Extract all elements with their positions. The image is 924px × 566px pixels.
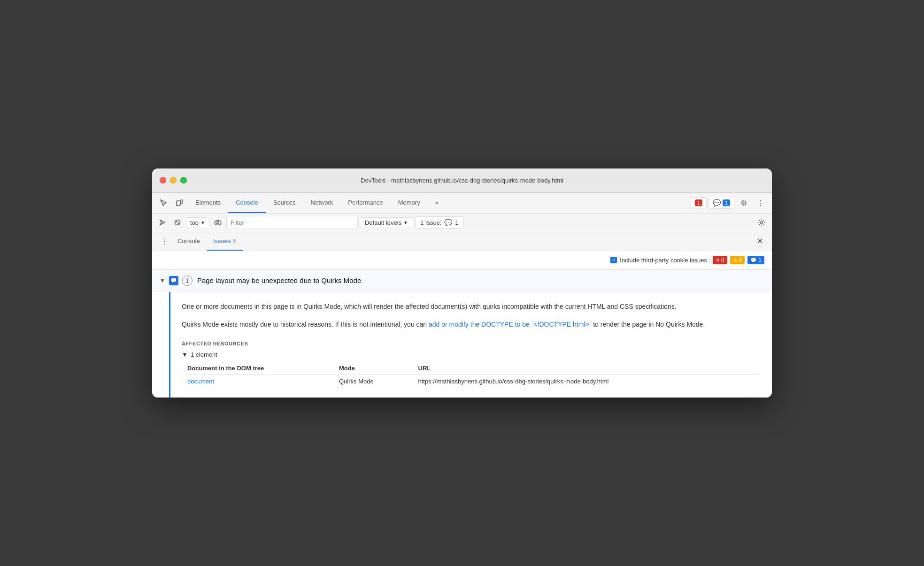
tab-more[interactable]: »	[428, 192, 446, 213]
eye-button[interactable]	[211, 216, 224, 229]
issue-description-1: One or more documents in this page is in…	[182, 301, 761, 312]
gear-icon: ⚙	[740, 199, 747, 207]
url-cell: https://mathiasbynens.github.io/css-dbg-…	[413, 375, 761, 388]
issue-title: Page layout may be unexpected due to Qui…	[197, 276, 361, 284]
issue-type-icon: 💬	[169, 276, 178, 285]
checkbox-icon: ✓	[610, 257, 617, 263]
traffic-lights	[160, 177, 187, 184]
select-element-button[interactable]	[156, 195, 171, 210]
dots-icon: ⋮	[161, 237, 168, 246]
document-link[interactable]: document	[187, 378, 214, 385]
affected-table: Document in the DOM tree Mode URL docume…	[182, 362, 761, 388]
col-mode: Mode	[333, 362, 413, 375]
close-button[interactable]	[160, 177, 166, 184]
issues-content: ▼ 💬 1 Page layout may be unexpected due …	[152, 270, 772, 398]
info-badge: 1	[723, 199, 730, 206]
error-badge: 1	[695, 199, 702, 206]
svg-point-6	[216, 222, 219, 224]
filter-input[interactable]	[226, 216, 358, 229]
chat-icon: 💬	[713, 199, 721, 207]
warning-icon: ⚠	[733, 257, 738, 263]
tab-network[interactable]: Network	[303, 192, 341, 213]
tab-elements[interactable]: Elements	[188, 192, 228, 213]
console-settings-button[interactable]	[755, 216, 768, 229]
issues-button[interactable]: 1 Issue: 💬 1	[415, 216, 464, 229]
tab-sources[interactable]: Sources	[266, 192, 303, 213]
tab-console[interactable]: Console	[228, 192, 266, 213]
toolbar-right: 1 💬 1 ⚙ ⋮	[691, 195, 768, 210]
issues-toolbar: ✓ Include third-party cookie issues ✕ 0 …	[152, 251, 772, 270]
error-count-badge: ✕ 0	[713, 256, 727, 264]
maximize-button[interactable]	[180, 177, 187, 184]
tab-memory[interactable]: Memory	[391, 192, 428, 213]
issue-counts: ✕ 0 ⚠ 0 💬 1	[713, 256, 764, 264]
settings-button[interactable]: ⚙	[736, 195, 751, 210]
context-selector[interactable]: top ▼	[186, 217, 209, 228]
close-panel-button[interactable]: ✕	[753, 235, 766, 248]
error-icon: ✕	[716, 257, 720, 263]
panel-more-button[interactable]: ⋮	[158, 235, 171, 248]
chevron-down-icon: ▼	[200, 220, 205, 225]
third-party-cookie-checkbox[interactable]: ✓ Include third-party cookie issues	[610, 257, 707, 264]
issue-description-2: Quirks Mode exists mostly due to histori…	[182, 319, 761, 329]
error-count-button[interactable]: 1	[691, 197, 707, 208]
minimize-button[interactable]	[170, 177, 177, 184]
more-options-button[interactable]: ⋮	[753, 195, 768, 210]
issue-count-circle: 1	[182, 275, 192, 286]
window-title: DevTools - mathiasbynens.github.io/css-d…	[361, 177, 563, 184]
info-icon: 💬	[750, 257, 757, 263]
svg-marker-2	[160, 220, 165, 225]
info-count-button[interactable]: 💬 1	[708, 197, 734, 209]
chat-icon: 💬	[444, 219, 452, 226]
info-count-badge: 💬 1	[747, 256, 764, 264]
devtools-window: DevTools - mathiasbynens.github.io/css-d…	[152, 168, 772, 398]
clear-console-button[interactable]	[156, 216, 169, 229]
block-button[interactable]	[171, 216, 184, 229]
affected-resources: AFFECTED RESOURCES ▼ 1 element Document …	[182, 341, 761, 388]
dots-icon: ⋮	[757, 199, 764, 207]
main-toolbar: Elements Console Sources Network Perform…	[152, 193, 772, 214]
svg-rect-1	[181, 200, 183, 203]
svg-rect-0	[177, 201, 180, 206]
col-url: URL	[413, 362, 761, 375]
panel-tab-issues[interactable]: Issues ✕	[207, 232, 244, 251]
svg-point-5	[215, 220, 221, 225]
issue-link[interactable]: add or modify the DOCTYPE to be `<!DOCTY…	[429, 321, 591, 328]
svg-point-7	[761, 222, 763, 224]
panel-tabs-right: ✕	[753, 235, 766, 248]
issue-body: One or more documents in this page is in…	[169, 292, 772, 398]
tab-performance[interactable]: Performance	[340, 192, 390, 213]
levels-dropdown[interactable]: Default levels ▼	[360, 217, 413, 228]
affected-resources-label: AFFECTED RESOURCES	[182, 341, 761, 346]
close-panel-tab-button[interactable]: ✕	[232, 238, 237, 244]
mode-cell: Quirks Mode	[333, 375, 413, 388]
console-toolbar: top ▼ Default levels ▼ 1 Issue: 💬 1	[152, 214, 772, 232]
tab-bar: Elements Console Sources Network Perform…	[188, 192, 690, 213]
table-row: document Quirks Mode https://mathiasbyne…	[182, 375, 761, 388]
issue-row[interactable]: ▼ 💬 1 Page layout may be unexpected due …	[152, 270, 772, 292]
svg-line-4	[176, 221, 179, 224]
checkmark-icon: ✓	[612, 257, 616, 263]
chevron-down-icon: ▼	[403, 220, 408, 225]
titlebar: DevTools - mathiasbynens.github.io/css-d…	[152, 168, 772, 193]
col-document: Document in the DOM tree	[182, 362, 333, 375]
affected-expander[interactable]: ▼ 1 element	[182, 351, 761, 358]
warning-count-badge: ⚠ 0	[730, 256, 745, 264]
panel-tabs-row: ⋮ Console Issues ✕ ✕	[152, 232, 772, 251]
panel-tab-console[interactable]: Console	[171, 232, 207, 251]
chevron-down-icon: ▼	[182, 351, 188, 358]
device-toolbar-button[interactable]	[172, 195, 187, 210]
expand-icon: ▼	[160, 277, 165, 284]
